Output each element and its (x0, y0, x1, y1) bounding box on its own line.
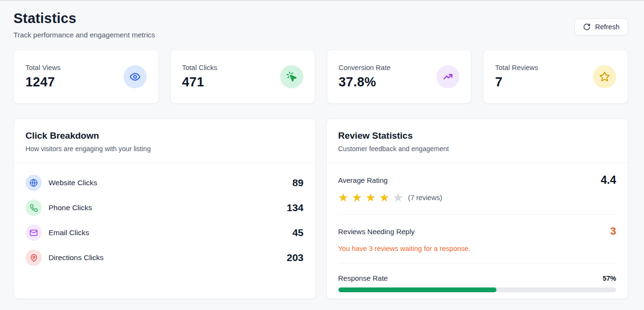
needing-reply-message: You have 3 reviews waiting for a respons… (338, 245, 617, 252)
stars-line: ★★★★★ (7 reviews) (338, 192, 617, 203)
click-row-email: Email Clicks 45 (25, 220, 304, 245)
click-label: Email Clicks (49, 228, 89, 237)
stat-label: Total Clicks (182, 64, 217, 72)
statistics-page: Statistics Track performance and engagem… (0, 0, 644, 299)
refresh-button[interactable]: Refresh (574, 18, 628, 36)
star-icon (593, 65, 616, 88)
review-statistics-header: Review Statistics Customer feedback and … (327, 119, 628, 163)
stat-cards-row: Total Views 1247 Total Clicks 471 (13, 49, 628, 104)
response-rate-progress-track (338, 287, 617, 292)
stat-value: 7 (495, 75, 538, 90)
click-row-directions: Directions Clicks 203 (25, 245, 304, 270)
average-rating-section: Average Rating 4.4 ★★★★★ (7 reviews) (338, 163, 617, 215)
mail-icon (25, 225, 42, 241)
average-rating-label: Average Rating (338, 176, 388, 184)
trending-up-icon (436, 65, 459, 88)
response-rate-row: Response Rate 57% (338, 274, 617, 282)
review-statistics-panel: Review Statistics Customer feedback and … (326, 119, 629, 299)
stat-card-text: Total Clicks 471 (182, 64, 217, 90)
average-rating-value: 4.4 (601, 174, 616, 187)
stat-label: Total Reviews (495, 64, 538, 72)
star-filled-icon: ★ (352, 192, 362, 203)
stat-value: 1247 (25, 75, 61, 90)
click-value: 134 (286, 202, 303, 214)
needing-reply-row: Reviews Needing Reply 3 (338, 225, 617, 238)
stat-card-text: Total Views 1247 (25, 64, 61, 90)
page-header: Statistics Track performance and engagem… (13, 0, 628, 39)
click-row-website: Website Clicks 89 (25, 170, 304, 195)
click-row-phone: Phone Clicks 134 (25, 195, 304, 220)
click-label: Phone Clicks (49, 203, 92, 212)
stat-card-conversion-rate: Conversion Rate 37.8% (327, 49, 472, 104)
star-filled-icon: ★ (366, 192, 376, 203)
stat-value: 37.8% (339, 75, 391, 90)
page-subtitle: Track performance and engagement metrics (13, 31, 155, 39)
star-filled-icon: ★ (338, 192, 349, 203)
stat-label: Total Views (25, 64, 61, 72)
eye-icon (124, 65, 147, 88)
click-breakdown-panel: Click Breakdown How visitors are engagin… (13, 119, 316, 299)
panel-title: Review Statistics (338, 131, 617, 141)
panel-subtitle: Customer feedback and engagement (338, 145, 617, 153)
click-value: 45 (292, 227, 303, 238)
panel-subtitle: How visitors are engaging with your list… (25, 145, 304, 153)
star-filled-icon: ★ (379, 192, 390, 203)
response-rate-label: Response Rate (338, 274, 388, 282)
click-breakdown-list: Website Clicks 89 Phone Clicks 134 (14, 163, 315, 270)
refresh-icon (583, 23, 591, 31)
stat-label: Conversion Rate (339, 64, 391, 72)
reviews-needing-reply-section: Reviews Needing Reply 3 You have 3 revie… (338, 215, 617, 263)
globe-icon (25, 175, 42, 191)
stat-value: 471 (182, 75, 217, 90)
response-rate-section: Response Rate 57% (338, 263, 617, 299)
cursor-click-icon (280, 65, 303, 88)
response-rate-value: 57% (603, 274, 616, 282)
page-header-text: Statistics Track performance and engagem… (13, 11, 155, 39)
star-rating: ★★★★★ (338, 192, 404, 203)
phone-icon (25, 200, 42, 216)
stat-card-total-views: Total Views 1247 (13, 49, 159, 104)
needing-reply-label: Reviews Needing Reply (338, 227, 415, 236)
map-pin-icon (25, 250, 42, 266)
click-label: Website Clicks (49, 179, 97, 187)
stat-card-total-reviews: Total Reviews 7 (483, 49, 628, 104)
panel-title: Click Breakdown (25, 131, 304, 141)
click-label: Directions Clicks (49, 253, 104, 262)
star-empty-icon: ★ (393, 192, 404, 203)
stat-card-text: Total Reviews 7 (495, 64, 538, 90)
average-rating-row: Average Rating 4.4 (338, 174, 617, 187)
click-value: 203 (286, 252, 303, 263)
stat-card-text: Conversion Rate 37.8% (339, 64, 391, 90)
click-value: 89 (292, 177, 303, 189)
reviews-count-note: (7 reviews) (408, 194, 442, 202)
response-rate-progress-fill (338, 287, 497, 292)
stat-card-total-clicks: Total Clicks 471 (170, 49, 315, 104)
panels-row: Click Breakdown How visitors are engagin… (13, 119, 628, 299)
needing-reply-count: 3 (610, 225, 616, 238)
page-title: Statistics (13, 11, 155, 26)
click-breakdown-header: Click Breakdown How visitors are engagin… (14, 119, 315, 163)
refresh-button-label: Refresh (595, 23, 619, 31)
review-statistics-body: Average Rating 4.4 ★★★★★ (7 reviews) Rev… (327, 163, 628, 299)
